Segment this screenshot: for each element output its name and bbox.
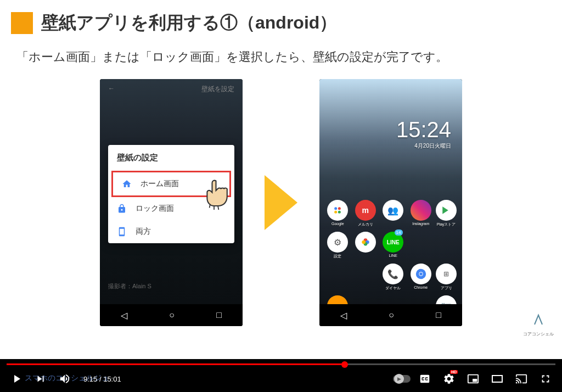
cast-button[interactable] [512,369,531,389]
app-teams: 👥 [380,200,406,227]
logo-text: コアコンシェル [523,331,554,337]
progress-track [7,363,555,365]
nav-home-icon: ○ [169,310,175,320]
channel-logo: コアコンシェル [523,312,554,337]
controls-left: 9:15 / 15:01 [7,369,121,389]
phones-container: ← 壁紙を設定 壁紙の設定 ホーム画面 ロック画面 [0,74,562,332]
title-bullet-square [11,12,33,34]
phone-mockup-left: ← 壁紙を設定 壁紙の設定 ホーム画面 ロック画面 [100,79,243,326]
app-playstore: Playストア [436,200,457,227]
app-google: Google [325,200,351,227]
set-wallpaper-label: 壁紙を設定 [201,85,234,94]
phone-icon [117,227,127,237]
option-home-label: ホーム画面 [140,179,179,189]
option-both[interactable]: 両方 [108,220,234,243]
slide-subtitle: 「ホーム画面」または「ロック画面」を選択したら、壁紙の設定が完了です。 [0,41,562,74]
svg-point-0 [334,207,337,210]
controls-right: ▶ HD [393,369,555,389]
play-button[interactable] [7,369,26,389]
nav-recent-icon: □ [436,310,441,320]
hd-badge: HD [450,370,458,374]
miniplayer-button[interactable] [463,369,483,389]
back-arrow-icon: ← [108,85,115,94]
lock-icon [117,204,127,214]
app-line: LINE 14 LINE [380,232,406,259]
phone-mockup-right: 15:24 4月20日火曜日 Google m メルカリ 👥 [319,79,462,326]
next-button[interactable] [31,369,50,389]
home-icon [122,179,132,189]
arrow-right-icon [265,175,297,230]
app-instagram: Instagram [408,200,434,227]
captions-button[interactable] [415,369,435,389]
autoplay-handle: ▶ [394,374,404,384]
slide-title: 壁紙アプリを利用する①（android） [41,11,337,35]
settings-button[interactable]: HD [439,369,459,389]
photographer-credit: 撮影者：Alain S [108,282,151,290]
progress-fill [7,363,345,365]
clock-date: 4月20日火曜日 [396,142,451,150]
time-display: 9:15 / 15:01 [83,375,121,383]
svg-point-3 [338,211,341,214]
clock-time: 15:24 [396,117,451,142]
slide-header: 壁紙アプリを利用する①（android） [0,0,562,41]
controls-row: 9:15 / 15:01 ▶ HD [0,366,562,392]
app-drawer: ⊞ アプリ [436,264,457,291]
app-photos [353,232,379,259]
nav-recent-icon: □ [216,310,222,320]
video-slide-content: 壁紙アプリを利用する①（android） 「ホーム画面」または「ロック画面」を選… [0,0,562,359]
phone-header-bar: ← 壁紙を設定 [108,85,234,94]
dialog-title: 壁紙の設定 [108,145,234,171]
nav-back-icon: ◁ [121,310,127,321]
home-clock-widget: 15:24 4月20日火曜日 [396,117,451,150]
android-nav-bar: ◁ ○ □ [100,304,243,326]
autoplay-toggle[interactable]: ▶ [393,375,411,383]
current-time: 9:15 [83,375,97,383]
theater-mode-button[interactable] [487,369,507,389]
volume-button[interactable] [55,369,75,389]
video-player-controls: スマホのコンシェルジュ 9:15 / 15:01 [0,359,562,392]
app-mercari: m メルカリ [353,200,379,227]
svg-point-10 [419,272,423,276]
svg-point-2 [334,211,337,214]
nav-home-icon: ○ [389,310,394,320]
logo-icon [530,312,547,329]
pointing-hand-icon [199,175,237,214]
line-badge: 14 [395,229,403,236]
duration: 15:01 [103,375,121,383]
app-chrome: Chrome [408,264,434,291]
option-both-label: 両方 [136,227,151,237]
app-phone: 📞 ダイヤル [380,264,406,291]
fullscreen-button[interactable] [536,369,555,389]
option-lock-label: ロック画面 [136,204,174,214]
nav-back-icon: ◁ [340,310,347,321]
svg-point-7 [362,240,366,244]
app-settings: ⚙ 設定 [325,232,351,259]
android-nav-bar-right: ◁ ○ □ [319,304,462,326]
svg-rect-11 [492,376,502,382]
svg-point-1 [338,207,341,210]
